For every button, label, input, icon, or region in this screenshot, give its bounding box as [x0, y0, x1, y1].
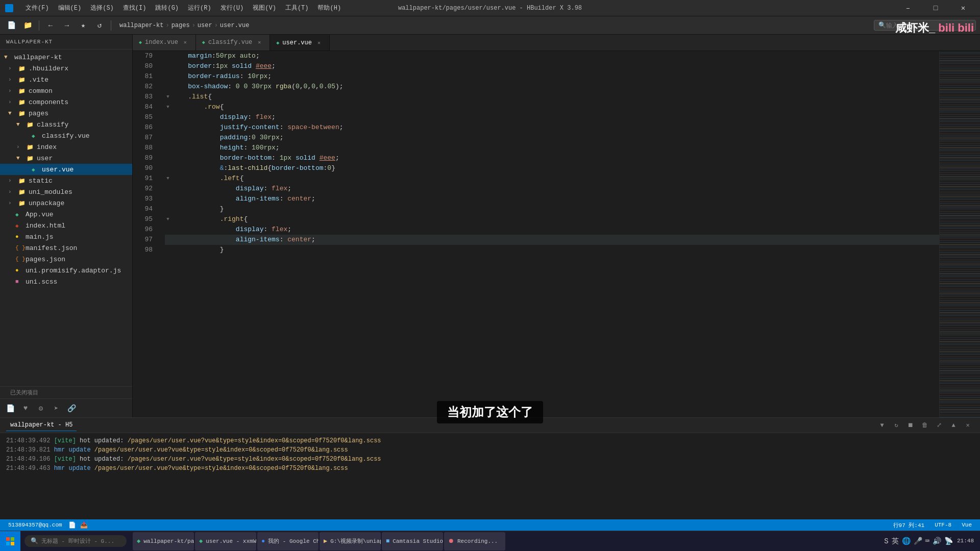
history-button[interactable]: ↺ [92, 18, 107, 33]
tree-item-pages[interactable]: ▼ 📁 pages [0, 108, 132, 119]
tree-item-index-html[interactable]: ◈ index.html [0, 220, 132, 231]
sidebar: wallpaper-kt ▼ wallpaper-kt › 📁 .hbuilde… [0, 35, 133, 417]
sidebar-btn-1[interactable]: 📄 [4, 402, 16, 414]
taskbar-app-4[interactable]: ▶ G:\视频录制\uniapp... [320, 532, 381, 550]
status-line-col[interactable]: 行97 列:41 [891, 521, 927, 529]
tray-icon-6[interactable]: 🔊 [933, 537, 941, 545]
terminal-btn-close[interactable]: ✕ [962, 419, 974, 432]
tray-icon-2[interactable]: 英 [892, 537, 899, 546]
tab-index-vue[interactable]: ◆ index.vue ✕ [133, 35, 196, 51]
maximize-button[interactable]: □ [924, 0, 947, 16]
system-clock[interactable]: 21:48 [957, 537, 974, 545]
terminal-btn-stop[interactable]: ⏹ [904, 419, 917, 432]
fold-button-91[interactable]: ▼ [165, 176, 171, 182]
tray-icon-7[interactable]: 📡 [944, 537, 953, 545]
back-button[interactable]: ← [43, 18, 58, 33]
tab-classify-vue[interactable]: ◆ classify.vue ✕ [196, 35, 270, 51]
sidebar-btn-4[interactable]: ➤ [50, 402, 62, 414]
tab-close-button[interactable]: ✕ [315, 39, 323, 47]
tray-icon-3[interactable]: 🌐 [902, 537, 911, 545]
status-language[interactable]: Vue [960, 522, 974, 528]
tree-item-unpackage[interactable]: › 📁 unpackage [0, 197, 132, 209]
sidebar-btn-3[interactable]: ⚙ [35, 402, 47, 414]
terminal-btn-refresh[interactable]: ↻ [890, 419, 902, 432]
tree-item-main-js[interactable]: ● main.js [0, 231, 132, 242]
tree-item-user-vue[interactable]: ◆ user.vue [0, 164, 132, 175]
menu-find[interactable]: 查找(I) [119, 3, 151, 13]
tree-item-static[interactable]: › 📁 static [0, 175, 132, 186]
tray-icon-1[interactable]: S [884, 537, 888, 545]
minimap[interactable] [939, 51, 980, 417]
breadcrumb-item-1[interactable]: wallpaper-kt [119, 22, 163, 29]
tree-item-common[interactable]: › 📁 common [0, 85, 132, 96]
taskbar-app-1[interactable]: ◆ wallpaper-kt/pages... [133, 532, 194, 550]
menu-help[interactable]: 帮助(H) [313, 3, 345, 13]
terminal-btn-collapse[interactable]: ▲ [947, 419, 960, 432]
tree-item-app-vue[interactable]: ◆ App.vue [0, 209, 132, 220]
tree-item-index[interactable]: › 📁 index [0, 141, 132, 153]
taskbar-app-6[interactable]: ⏺ Recording... [444, 532, 505, 550]
menu-tools[interactable]: 工具(T) [281, 3, 313, 13]
menu-select[interactable]: 选择(S) [86, 3, 118, 13]
tab-close-button[interactable]: ✕ [255, 38, 263, 46]
tab-user-vue[interactable]: ◆ user.vue ✕ [270, 35, 330, 51]
fold-button-95[interactable]: ▼ [165, 216, 171, 222]
sidebar-header: wallpaper-kt [0, 35, 132, 49]
breadcrumb-item-3[interactable]: user [198, 22, 212, 29]
tree-item-hbuilderx[interactable]: › 📁 .hbuilderx [0, 63, 132, 74]
forward-button[interactable]: → [60, 18, 74, 33]
menu-view[interactable]: 视图(V) [249, 3, 280, 13]
terminal-btn-down[interactable]: ▼ [876, 419, 888, 432]
tree-item-classify[interactable]: ▼ 📁 classify [0, 119, 132, 130]
terminal-btn-trash[interactable]: 🗑 [919, 419, 931, 432]
new-file-button[interactable]: 📄 [4, 18, 18, 33]
tree-label: pages.json [26, 256, 65, 263]
minimize-button[interactable]: – [896, 0, 920, 16]
fold-button-84[interactable]: ▼ [165, 104, 171, 110]
menu-run[interactable]: 运行(R) [184, 3, 215, 13]
tree-item-root[interactable]: ▼ wallpaper-kt [0, 52, 132, 63]
sidebar-btn-5[interactable]: 🔗 [65, 402, 78, 414]
breadcrumb-sep-2: › [192, 22, 195, 29]
main-layout: wallpaper-kt ▼ wallpaper-kt › 📁 .hbuilde… [0, 35, 980, 417]
code-editor[interactable]: 79 80 81 82 83 84 85 86 87 88 89 90 91 9… [133, 51, 980, 417]
menu-goto[interactable]: 跳转(G) [151, 3, 183, 13]
tree-item-uni-modules[interactable]: › 📁 uni_modules [0, 186, 132, 197]
taskbar-app-2[interactable]: ◆ user.vue - xxmWall... [195, 532, 256, 550]
taskbar-app-3[interactable]: ● 我的 - Google Chro... [257, 532, 318, 550]
tree-item-uni-scss[interactable]: ■ uni.scss [0, 276, 132, 287]
status-user-email[interactable]: 513894357@qq.com [6, 522, 64, 528]
taskbar-app-5[interactable]: ■ Camtasia Studio - U... [382, 532, 443, 550]
menu-edit[interactable]: 编辑(E) [54, 3, 86, 13]
breadcrumb-item-4[interactable]: user.vue [220, 22, 250, 29]
fold-button-83[interactable]: ▼ [165, 94, 171, 100]
close-projects-button[interactable]: 已关闭项目 [6, 388, 42, 398]
tree-item-vite[interactable]: › 📁 .vite [0, 74, 132, 85]
sidebar-btn-2[interactable]: ♥ [19, 402, 32, 414]
breadcrumb-item-2[interactable]: pages [172, 22, 190, 29]
tree-item-manifest-json[interactable]: { } manifest.json [0, 242, 132, 254]
menu-file[interactable]: 文件(F) [21, 3, 53, 13]
terminal-tab-active[interactable]: wallpaper-kt - H5 [6, 419, 77, 431]
code-area[interactable]: margin:50rpx auto; border:1px solid #eee… [161, 51, 939, 417]
start-button[interactable] [0, 531, 20, 552]
open-file-button[interactable]: 📁 [20, 18, 35, 33]
term-type: hmr update [54, 465, 91, 472]
tab-close-button[interactable]: ✕ [181, 38, 189, 46]
tree-item-uni-promisify[interactable]: ● uni.promisify.adaptor.js [0, 265, 132, 276]
status-encoding[interactable]: UTF-8 [933, 522, 953, 528]
tree-item-user-folder[interactable]: ▼ 📁 user [0, 153, 132, 164]
tree-item-classify-vue[interactable]: ◆ classify.vue [0, 130, 132, 141]
menu-publish[interactable]: 发行(U) [216, 3, 248, 13]
taskbar-search[interactable]: 🔍 无标题 - 即时设计 - G... [24, 535, 127, 547]
line-num-93: 93 [133, 194, 157, 204]
tray-icon-4[interactable]: 🎤 [914, 537, 922, 545]
bookmark-button[interactable]: ★ [76, 18, 90, 33]
tree-item-components[interactable]: › 📁 components [0, 96, 132, 108]
tray-icon-5[interactable]: ⌨ [925, 537, 929, 545]
tree-item-pages-json[interactable]: { } pages.json [0, 254, 132, 265]
toolbar-separator [39, 20, 39, 31]
close-button[interactable]: ✕ [951, 0, 975, 16]
app-icon-3: ● [261, 538, 265, 545]
terminal-btn-external[interactable]: ⤢ [933, 419, 945, 432]
